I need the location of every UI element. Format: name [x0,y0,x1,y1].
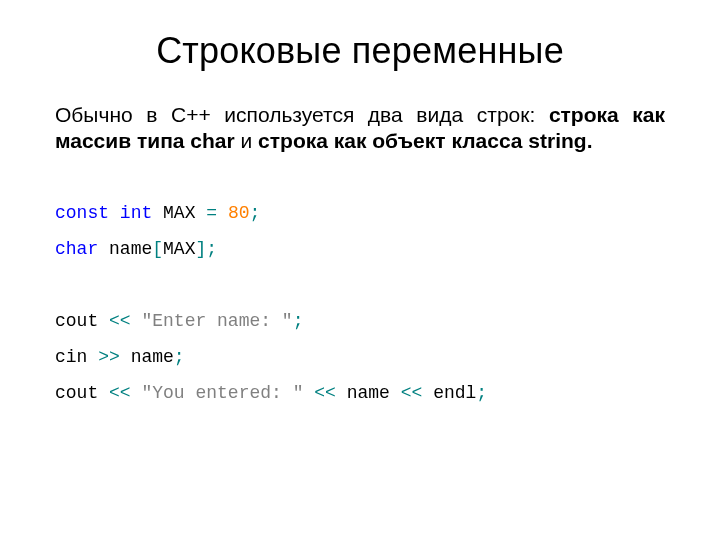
semi: ; [293,311,304,331]
code-line-4: cin >> name; [55,347,185,367]
space [131,383,142,403]
semi: ; [476,383,487,403]
op-shl: << [401,383,423,403]
kw-int: int [120,203,152,223]
space [109,203,120,223]
code-line-2: char name[MAX]; [55,239,217,259]
op-shl: << [109,383,131,403]
body-paragraph: Обычно в C++ используется два вида строк… [55,102,665,155]
space [120,347,131,367]
id-name: name [131,347,174,367]
id-endl: endl [433,383,476,403]
semi: ; [250,203,261,223]
space [131,311,142,331]
slide-title: Строковые переменные [55,30,665,72]
kw-char: char [55,239,98,259]
space [422,383,433,403]
op-shr: >> [98,347,120,367]
kw-const: const [55,203,109,223]
num-80: 80 [228,203,250,223]
space [303,383,314,403]
space [152,203,163,223]
body-part1: Обычно в C++ используется два вида строк… [55,103,549,126]
space [98,239,109,259]
bracket-close: ] [195,239,206,259]
id-name: name [347,383,401,403]
code-line-3: cout << "Enter name: "; [55,311,303,331]
body-bold2: строка как объект класса string. [258,129,592,152]
body-part2: и [235,129,258,152]
semi: ; [174,347,185,367]
id-name: name [109,239,152,259]
id-max: MAX [163,239,195,259]
space [336,383,347,403]
slide: Строковые переменные Обычно в C++ исполь… [0,0,720,540]
code-block: const int MAX = 80; char name[MAX]; cout… [55,195,665,411]
semi: ; [206,239,217,259]
bracket-open: [ [152,239,163,259]
id-cin: cin [55,347,98,367]
code-line-5: cout << "You entered: " << name << endl; [55,383,487,403]
id-cout: cout [55,383,109,403]
op-shl: << [109,311,131,331]
code-line-1: const int MAX = 80; [55,203,260,223]
str-lit: "You entered: " [141,383,303,403]
str-lit: "Enter name: " [141,311,292,331]
space [217,203,228,223]
code-blank [55,275,66,295]
op-shl: << [314,383,336,403]
id-max: MAX [163,203,206,223]
op-eq: = [206,203,217,223]
id-cout: cout [55,311,109,331]
